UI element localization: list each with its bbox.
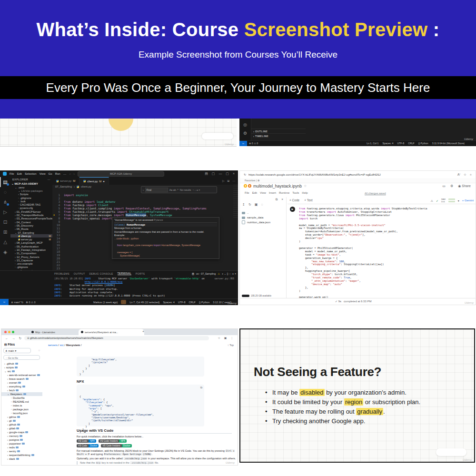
gear-icon[interactable]: ⚙ <box>239 129 251 138</box>
favorites-bar[interactable]: Favorites | ⊕ <box>240 178 476 183</box>
repo-tree-item[interactable]: brave-search <box>1 377 42 381</box>
account-icon[interactable]: ◎ <box>239 120 251 129</box>
status-item[interactable]: Spaces: 4 <box>382 141 393 146</box>
menu-item[interactable]: Selection <box>25 172 37 176</box>
eol-setting[interactable]: CRLF <box>189 301 196 304</box>
menu-item[interactable]: Run <box>55 172 60 176</box>
code-block-docker-end[interactable]: "mcp/filesystem", "/projects" ] } }} <box>77 357 204 377</box>
activity-bar-icon[interactable] <box>0 197 10 207</box>
find-nav-icons[interactable]: ↑ ↓ ≡ × <box>192 188 200 191</box>
explorer-item[interactable]: 03_RessourcesPromptsTools <box>10 217 52 220</box>
explorer-item[interactable]: Scripts <box>10 193 52 196</box>
status-item[interactable]: Ln 1, Col 1 <box>367 141 378 146</box>
repo-tree-item[interactable]: puppeteer <box>1 442 42 446</box>
explorer-item[interactable]: .gitignore <box>10 266 52 269</box>
repo-tree-item[interactable]: aws-kb-retrieval-server <box>1 373 42 377</box>
new-tab-icon[interactable]: + <box>142 330 144 333</box>
repo-tree-item[interactable]: scripts <box>1 366 42 369</box>
connected-check-icon[interactable]: ✓ <box>436 199 438 202</box>
repo-tree-item[interactable]: everart <box>1 381 42 385</box>
blame-info[interactable]: Markus (1 week ago) <box>93 301 118 304</box>
editor-tab[interactable]: client.py M ● <box>79 177 109 185</box>
menu-item[interactable]: Help <box>302 191 307 194</box>
upload-icon[interactable]: ↥ <box>242 203 245 207</box>
install-badge[interactable]: VS Code InsidersDocker <box>101 444 132 447</box>
repo-tree-item[interactable]: src <box>1 369 42 373</box>
menu-item[interactable]: Tools <box>292 191 299 194</box>
activity-bar-icon[interactable] <box>0 177 10 187</box>
comment-icon[interactable]: ▭ <box>442 184 446 188</box>
back-to-top-link[interactable]: ↑ Top <box>228 344 234 347</box>
notebook-cell[interactable]: ▶ from fastrag.generators.stopping_crite… <box>288 204 475 298</box>
go-to-file-input[interactable]: ◌ Go to file <box>3 355 40 360</box>
explorer-item[interactable]: 06_Roots <box>10 228 52 231</box>
browser-tab[interactable]: Mcp - Llamaindex <box>29 329 81 335</box>
star-icon[interactable]: ☆ <box>304 184 307 188</box>
file-tree-item[interactable]: nutrition_data.json <box>242 220 286 225</box>
explorer-item[interactable]: .venv <box>10 186 52 189</box>
find-widget[interactable]: › Find Aa ab .* No results ↑ ↓ ≡ × <box>141 186 217 193</box>
problems-indicator[interactable]: ⊗ 0 ⚠ 0 <box>249 141 258 146</box>
status-item[interactable]: CRLF <box>408 141 415 146</box>
ram-disk-labels[interactable]: RAMDisk <box>441 198 446 203</box>
repo-tree-item[interactable]: sentry <box>1 449 42 453</box>
explorer-item[interactable]: server.py M <box>10 238 52 241</box>
find-options-icons[interactable]: Aa ab .* <box>169 188 178 191</box>
file-tree-item[interactable]: sample_data <box>242 215 286 220</box>
url-text[interactable]: https://colab.research.google.com/drive/… <box>248 173 406 176</box>
activity-bar-icon[interactable] <box>0 237 10 247</box>
problems-indicator[interactable]: ⊗ 0 ⚠ 0 <box>26 301 35 304</box>
run-cell-button[interactable]: ▶ <box>290 207 295 212</box>
explorer-item[interactable]: 08_LangGraph_MCP <box>10 241 52 245</box>
cursor-position[interactable]: Ln 7, Col 49 (12 selected) <box>129 301 159 304</box>
menu-item[interactable]: View <box>260 191 266 194</box>
panel-tab[interactable]: TERMINAL <box>118 272 131 275</box>
workspace-root[interactable]: ⌄ MCP-A2A-UDEMY <box>10 182 52 186</box>
menu-item[interactable]: Edit <box>17 172 22 176</box>
indent-setting[interactable]: Spaces: 4 <box>163 301 174 304</box>
settings-gear-icon[interactable]: ⚙ <box>450 184 453 188</box>
repo-tree-item[interactable]: Dockerfile <box>1 396 42 400</box>
menu-item[interactable]: Go <box>49 172 52 176</box>
minimap[interactable] <box>233 185 238 218</box>
status-item[interactable]: {} Python <box>418 141 428 146</box>
explorer-item[interactable]: 02_TransportMethods <box>10 213 52 217</box>
menu-item[interactable]: ⋯ <box>63 172 66 176</box>
window-traffic-lights[interactable] <box>4 331 14 333</box>
browser-tab-active[interactable]: servers/src/filesystem at ma... <box>79 329 144 335</box>
code-editor[interactable]: 07_Sampling› client.py › Find Aa ab .* N… <box>52 185 238 270</box>
repo-tree-item[interactable]: fetch <box>1 388 42 392</box>
timeline-section[interactable]: › TIMELINE <box>251 133 306 139</box>
panel-tab[interactable]: DEBUG CONSOLE <box>89 272 113 275</box>
repo-tree-item[interactable]: slack <box>1 457 42 461</box>
explorer-item[interactable]: 07_Sampling <box>10 231 52 234</box>
explorer-item[interactable]: 12_Proxy_Servers <box>10 255 52 258</box>
explorer-item[interactable]: client.py M <box>10 234 52 238</box>
browser-action-icons[interactable]: ☆ ▣ ⋮ <box>218 335 235 341</box>
remote-indicator[interactable]: ›‹ <box>0 299 9 305</box>
refresh-icon[interactable]: ↻ <box>248 203 251 207</box>
repo-tree-item[interactable]: redis <box>1 446 42 449</box>
window-controls[interactable]: ▤ ▢ — ▢ × <box>205 170 236 177</box>
breadcrumb-link[interactable]: src <box>60 344 64 347</box>
explorer-item[interactable]: 13_Capstone <box>10 258 52 262</box>
repo-tree-item[interactable]: tsconfig.json <box>1 411 42 415</box>
menu-item[interactable]: File <box>10 172 14 176</box>
more-actions-icon[interactable]: ⋯ <box>48 178 50 181</box>
new-folder-icon[interactable]: ▣ <box>255 203 258 207</box>
resource-meter[interactable] <box>448 198 455 202</box>
explorer-item[interactable]: .gitignore <box>10 196 52 199</box>
repo-tree-item[interactable]: index.ts <box>1 404 42 407</box>
cell-code[interactable]: from fastrag.generators.stopping_criteri… <box>299 207 427 298</box>
panel-tab[interactable]: OUTPUT <box>74 272 85 275</box>
repo-tree-item[interactable]: sequentialthinking <box>1 453 42 457</box>
breadcrumb-link[interactable]: servers <box>48 344 58 347</box>
explorer-item[interactable]: Lib/site-packages <box>10 189 52 192</box>
add-code-button[interactable]: + Code <box>289 197 299 204</box>
breadcrumb[interactable]: 07_Sampling› client.py <box>55 185 91 188</box>
panel-tab[interactable]: PROBLEMS <box>54 272 69 275</box>
browser-nav-icons[interactable]: ← → ↻ <box>5 335 23 341</box>
language-mode[interactable]: {} Python <box>199 301 209 304</box>
remote-indicator[interactable]: ›‹ <box>239 141 247 146</box>
repo-tree-item[interactable]: README.md <box>1 400 42 404</box>
